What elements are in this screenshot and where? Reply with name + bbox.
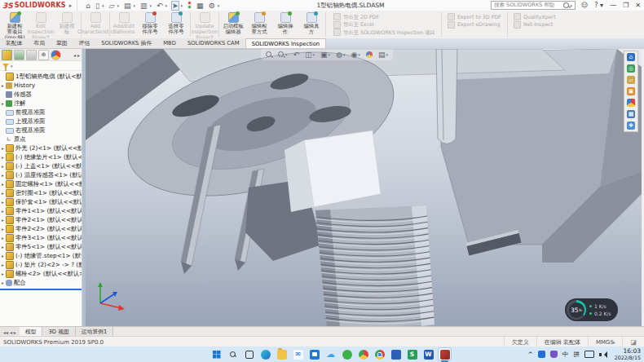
tab-cam[interactable]: SOLIDWORKS CAM xyxy=(182,38,245,48)
tree-item[interactable]: ▸外壳 (2)<1> (默认<<默认>_显示状 xyxy=(0,143,82,152)
expand-arrow-icon[interactable]: ▸ xyxy=(0,83,6,88)
display-style-icon[interactable]: ◍▾ xyxy=(336,50,345,60)
propertymanager-tab[interactable] xyxy=(14,50,24,60)
help-icon[interactable]: ? ▾ xyxy=(594,2,603,9)
expand-arrow-icon[interactable]: ▸ xyxy=(0,218,6,223)
expand-arrow-icon[interactable]: ▸ xyxy=(0,245,6,249)
file-explorer-icon[interactable] xyxy=(276,348,288,360)
expand-arrow-icon[interactable]: ▸ xyxy=(0,191,6,196)
minimize-button[interactable]: — xyxy=(610,2,616,9)
zoom-area-icon[interactable]: ▾ xyxy=(278,50,288,60)
select-icon[interactable]: ➤ xyxy=(172,2,179,10)
edit-operations-button[interactable]: 编辑操作 xyxy=(272,11,298,35)
tree-item[interactable]: ▸零件5<1> (默认<<默认>_显示状 xyxy=(0,242,82,251)
edit-inspection-method-button[interactable]: 编辑检查方式 xyxy=(246,11,272,35)
tree-item[interactable]: ▸螺栓<2> (默认<<默认>_显示状态 xyxy=(0,269,82,278)
blue-app-icon[interactable] xyxy=(390,348,402,360)
edge-icon[interactable] xyxy=(259,348,271,360)
search-icon[interactable] xyxy=(563,2,570,9)
home-icon[interactable]: ⌂ xyxy=(86,2,90,10)
display-icon[interactable] xyxy=(584,351,594,358)
rebuild-traffic-light-icon[interactable] xyxy=(187,1,192,11)
custom-properties-icon[interactable]: ▦ xyxy=(627,110,635,118)
edit-true-position-button[interactable]: 编辑真方 xyxy=(298,11,324,35)
tree-item[interactable]: ▸(-) 绝缘管.step<1> (默认<<默认> xyxy=(0,251,82,260)
expand-arrow-icon[interactable]: ▸ xyxy=(0,101,6,106)
security-shield-icon[interactable] xyxy=(550,351,558,358)
restore-button[interactable]: ❐ xyxy=(623,2,629,9)
forum-icon[interactable]: ❖ xyxy=(627,121,635,130)
solidworks-taskbar-icon[interactable] xyxy=(439,348,451,360)
tree-item[interactable]: ▸(-) 温度传感器<1> (默认<<默认>_ xyxy=(0,170,82,179)
select-balloons-button[interactable]: 选择零件序号 xyxy=(163,11,189,35)
tree-item[interactable]: ▸零件3<1> (默认<<默认>_显示状 xyxy=(0,233,82,242)
browser-360-icon[interactable] xyxy=(357,348,369,360)
hide-show-items-icon-caret[interactable]: ▾ xyxy=(358,50,360,60)
view-palette-icon[interactable]: ▣ xyxy=(627,87,635,95)
tree-item[interactable]: 上视基准面 xyxy=(0,117,82,126)
start-button[interactable] xyxy=(210,348,223,360)
expand-arrow-icon[interactable]: ▸ xyxy=(0,200,6,205)
tree-item[interactable]: ▸零件2<2> (默认<<默认>_显示状 xyxy=(0,224,82,233)
zoom-fit-icon[interactable] xyxy=(266,51,272,58)
hide-show-items-icon[interactable]: ◉▾ xyxy=(351,50,360,60)
new-document-icon[interactable]: ▯ xyxy=(95,2,99,10)
remove-balloons-button[interactable]: 移除零件序号 xyxy=(137,11,163,35)
resources-home-icon[interactable]: ⌂ xyxy=(627,53,635,61)
tree-item[interactable]: ▸保护套<1> (默认<<默认>_显示状 xyxy=(0,197,82,206)
zoom-area-icon-caret[interactable]: ▾ xyxy=(285,50,288,60)
tab-evaluate[interactable]: 评估 xyxy=(73,38,96,48)
previous-view-icon[interactable]: ↶ xyxy=(293,50,300,60)
ime-language[interactable]: 中 xyxy=(562,351,569,359)
options-gear-icon[interactable]: ⚙ xyxy=(209,2,215,10)
task-view-button[interactable] xyxy=(243,348,255,360)
apply-scene-icon[interactable]: ▤▾ xyxy=(378,50,388,60)
expand-arrow-icon[interactable]: ▸ xyxy=(0,227,6,232)
cloud-app-icon[interactable]: ☁ xyxy=(324,348,337,360)
view-orientation-icon[interactable]: ▣▾ xyxy=(320,50,330,60)
tab-addins[interactable]: SOLIDWORKS 插件 xyxy=(95,38,157,48)
expand-arrow-icon[interactable]: ▸ xyxy=(0,146,6,151)
tree-item[interactable]: 右视基准面 xyxy=(0,126,82,135)
rollback-bar[interactable] xyxy=(0,289,82,290)
expand-arrow-icon[interactable]: ▸ xyxy=(0,254,6,258)
print-icon[interactable]: ▥ xyxy=(140,2,148,10)
launch-template-editor-button[interactable]: 启动模板编辑器 xyxy=(220,11,246,35)
new-inspection-project-button[interactable]: 新建检查项目(imp:特) xyxy=(2,11,28,40)
mail-icon[interactable]: ✉ xyxy=(292,348,304,360)
tab-layout[interactable]: 布局 xyxy=(28,38,51,48)
tree-item[interactable]: ▸零件2<1> (默认<<默认>_显示状 xyxy=(0,215,82,224)
file-explorer-pane-icon[interactable]: ▱ xyxy=(627,76,635,84)
expand-arrow-icon[interactable]: ▸ xyxy=(0,280,6,285)
cad-model[interactable] xyxy=(86,49,642,326)
wps-icon[interactable]: S xyxy=(406,348,418,360)
save-icon-caret[interactable]: ▾ xyxy=(133,3,135,8)
tree-item[interactable]: ▸(-) 绝缘垫片<1> (默认<<默认>_显示状 xyxy=(0,152,82,161)
display-style-icon-caret[interactable]: ▾ xyxy=(343,50,346,60)
tree-item[interactable]: 传感器 xyxy=(0,90,82,99)
new-document-icon-caret[interactable]: ▾ xyxy=(102,3,104,8)
tree-item[interactable]: ▸(-) 上盖<1> (默认<<默认>_显示状 xyxy=(0,161,82,170)
filter-caret-icon[interactable]: ▾ xyxy=(11,64,13,68)
tab-mbd[interactable]: MBD xyxy=(157,38,182,48)
expand-arrow-icon[interactable]: ▸ xyxy=(0,209,6,214)
view-orientation-icon-caret[interactable]: ▾ xyxy=(329,50,331,60)
ime-mode[interactable]: 拼 xyxy=(573,351,580,359)
tree-item[interactable]: ▸History xyxy=(0,81,82,90)
appearances-icon[interactable] xyxy=(627,99,635,107)
dimxpertmanager-tab[interactable]: ⊕ xyxy=(38,50,49,60)
expand-arrow-icon[interactable]: ▸ xyxy=(0,272,6,276)
apply-scene-icon-caret[interactable]: ▾ xyxy=(386,50,388,60)
featuremanager-tree-tab[interactable] xyxy=(2,50,12,60)
tree-item[interactable]: ▸配合 xyxy=(0,278,82,287)
green-app-icon[interactable] xyxy=(341,348,353,360)
tab-assembly[interactable]: 装配体 xyxy=(0,38,28,48)
open-document-icon[interactable]: ▱ xyxy=(108,2,114,10)
expand-arrow-icon[interactable]: ▸ xyxy=(0,263,6,267)
tree-filter[interactable]: ▾ xyxy=(0,61,82,71)
expand-arrow-icon[interactable]: ▸ xyxy=(0,182,6,187)
help-search-input[interactable]: 搜索 SOLIDWORKS 帮助 ▾ xyxy=(491,1,576,10)
store-icon[interactable] xyxy=(308,348,320,360)
file-properties-icon[interactable]: ▦ xyxy=(196,2,204,10)
displaymanager-tab[interactable] xyxy=(51,50,61,60)
